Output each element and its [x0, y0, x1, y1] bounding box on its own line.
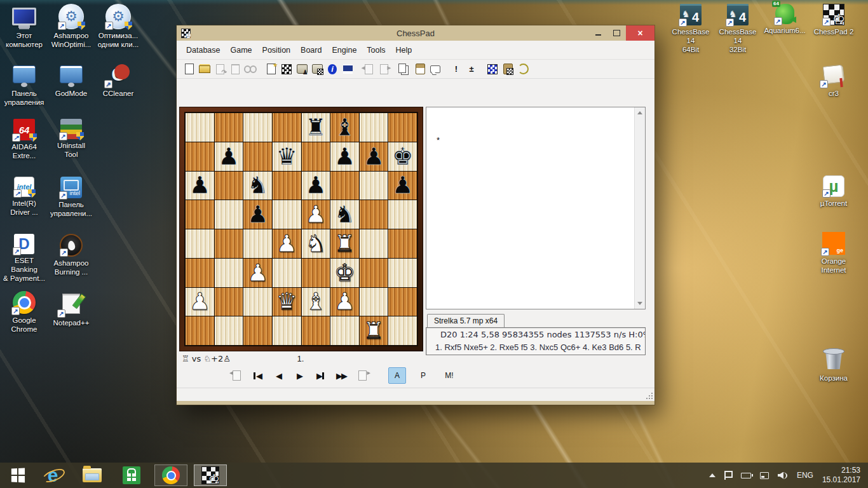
- black-knight-c6[interactable]: ♞: [247, 173, 268, 197]
- square-e2[interactable]: ♝: [302, 288, 330, 316]
- notation-panel[interactable]: *: [426, 107, 646, 309]
- toolbar-open-database[interactable]: [197, 62, 212, 76]
- toolbar-save-game[interactable]: [340, 62, 355, 76]
- menu-tools[interactable]: Tools: [362, 43, 390, 57]
- scroll-down-icon[interactable]: [635, 298, 645, 309]
- white-rook-g1[interactable]: ♜: [363, 319, 384, 342]
- white-pawn-c3[interactable]: ♟: [247, 261, 268, 285]
- black-pawn-e6[interactable]: ♟: [305, 173, 326, 197]
- square-c3[interactable]: ♟: [243, 259, 272, 287]
- desktop-icon-optimize-one-click[interactable]: ⚙↗Оптимиза...одним кли...: [95, 4, 142, 49]
- toolbar-next-game[interactable]: [376, 62, 391, 76]
- square-b2[interactable]: [215, 288, 243, 316]
- square-h6[interactable]: ♟: [388, 172, 417, 200]
- square-a7[interactable]: [186, 142, 214, 171]
- desktop-icon-recycle-bin[interactable]: Корзина: [810, 346, 857, 383]
- toolbar-previous-game[interactable]: [361, 62, 376, 76]
- nav-first-move[interactable]: ◀: [251, 369, 264, 383]
- square-b1[interactable]: [215, 316, 243, 345]
- title-bar[interactable]: ChessPad ×: [177, 25, 654, 41]
- black-rook-e8[interactable]: ♜: [305, 116, 326, 139]
- square-g4[interactable]: [360, 229, 388, 258]
- square-b5[interactable]: [215, 200, 243, 229]
- square-f8[interactable]: ♝: [330, 113, 359, 142]
- taskbar-internet-explorer[interactable]: e: [33, 463, 72, 488]
- square-c8[interactable]: [243, 113, 272, 142]
- white-queen-d2[interactable]: ♛: [276, 290, 297, 313]
- toolbar-comment[interactable]: [428, 62, 443, 76]
- black-king-h7[interactable]: ♚: [392, 145, 413, 168]
- square-b8[interactable]: [215, 113, 243, 142]
- square-h8[interactable]: [388, 113, 417, 142]
- toolbar-annotation-exclam[interactable]: !: [449, 62, 464, 76]
- square-f3[interactable]: ♚: [330, 259, 359, 287]
- square-g3[interactable]: [360, 259, 388, 287]
- square-d3[interactable]: [273, 259, 301, 287]
- black-bishop-f8[interactable]: ♝: [334, 116, 355, 139]
- square-c4[interactable]: [243, 229, 272, 258]
- desktop-icon-ccleaner[interactable]: C↗CCleaner: [95, 62, 142, 98]
- desktop-icon-godmode[interactable]: GodMode: [48, 62, 95, 98]
- square-f1[interactable]: [330, 316, 359, 345]
- black-pawn-c5[interactable]: ♟: [247, 203, 268, 226]
- scroll-up-icon[interactable]: [635, 107, 645, 118]
- toolbar-database-board[interactable]: [309, 62, 325, 76]
- square-e8[interactable]: ♜: [302, 113, 330, 142]
- toolbar-find[interactable]: [243, 62, 258, 76]
- square-h5[interactable]: [388, 200, 417, 229]
- menu-position[interactable]: Position: [258, 43, 295, 57]
- square-g1[interactable]: ♜: [360, 316, 388, 345]
- clock[interactable]: 21:53 15.01.2017: [822, 466, 860, 485]
- toolbar-database-pieces[interactable]: [294, 62, 309, 76]
- square-g6[interactable]: [360, 172, 388, 200]
- menu-database[interactable]: Database: [182, 43, 225, 57]
- desktop-icon-utorrent[interactable]: µ↗µTorrent: [810, 175, 857, 208]
- toolbar-new-database[interactable]: [182, 62, 197, 76]
- square-g7[interactable]: ♟: [360, 142, 388, 171]
- square-b3[interactable]: [215, 259, 243, 287]
- square-e3[interactable]: [302, 259, 330, 287]
- desktop-icon-cr3[interactable]: ↗cr3: [810, 62, 857, 98]
- power-icon[interactable]: [741, 473, 751, 478]
- desktop-icon-ashampoo-winoptimizer[interactable]: ⚙↗AshampooWinOptimi...: [48, 4, 95, 49]
- engine-tab[interactable]: Strelka 5.7 mp x64: [427, 314, 505, 328]
- square-a8[interactable]: [186, 113, 214, 142]
- nav-toggle-p[interactable]: P: [414, 367, 432, 384]
- nav-forward-move[interactable]: ▶: [293, 369, 306, 383]
- taskbar-start[interactable]: [5, 463, 31, 488]
- desktop-icon-chessbase-14-32[interactable]: 4↗ChessBase 1432Bit: [714, 4, 761, 54]
- square-d2[interactable]: ♛: [273, 288, 301, 316]
- desktop-icon-chesspad-2[interactable]: ↗ChessPad 2: [810, 4, 857, 36]
- square-c6[interactable]: ♞: [243, 172, 272, 200]
- nav-prev-game-nav[interactable]: [230, 369, 243, 383]
- white-pawn-f2[interactable]: ♟: [334, 290, 355, 313]
- nav-toggle-a[interactable]: A: [388, 367, 406, 384]
- desktop-icon-google-chrome[interactable]: ↗GoogleChrome: [1, 291, 48, 334]
- volume-icon[interactable]: [778, 471, 788, 480]
- square-b6[interactable]: [215, 172, 243, 200]
- black-pawn-h6[interactable]: ♟: [392, 173, 413, 197]
- square-e4[interactable]: ♞: [302, 229, 330, 258]
- square-c5[interactable]: ♟: [243, 200, 272, 229]
- white-bishop-e2[interactable]: ♝: [305, 290, 326, 313]
- desktop-icon-control-panel[interactable]: Панельуправления: [1, 62, 48, 107]
- square-b7[interactable]: ♟: [215, 142, 243, 171]
- black-queen-d7[interactable]: ♛: [276, 145, 297, 168]
- nav-back-move[interactable]: ◀: [272, 369, 285, 383]
- toolbar-clipboard-database[interactable]: [500, 62, 515, 76]
- square-c7[interactable]: [243, 142, 272, 171]
- toolbar-board-window[interactable]: [485, 62, 500, 76]
- square-e1[interactable]: [302, 316, 330, 345]
- engine-output[interactable]: D20 1:24 5,58 95834355 nodes 1137553 n/s…: [426, 327, 646, 355]
- toolbar-game-info[interactable]: i: [325, 62, 340, 76]
- nav-next-game-nav[interactable]: [356, 369, 369, 383]
- black-pawn-f7[interactable]: ♟: [334, 145, 355, 168]
- square-e7[interactable]: [302, 142, 330, 171]
- white-knight-e4[interactable]: ♞: [305, 232, 326, 255]
- square-f5[interactable]: ♞: [330, 200, 359, 229]
- white-pawn-d4[interactable]: ♟: [276, 232, 297, 255]
- square-h1[interactable]: [388, 316, 417, 345]
- toolbar-engine-window[interactable]: [515, 62, 531, 76]
- menu-engine[interactable]: Engine: [327, 43, 361, 57]
- square-g5[interactable]: [360, 200, 388, 229]
